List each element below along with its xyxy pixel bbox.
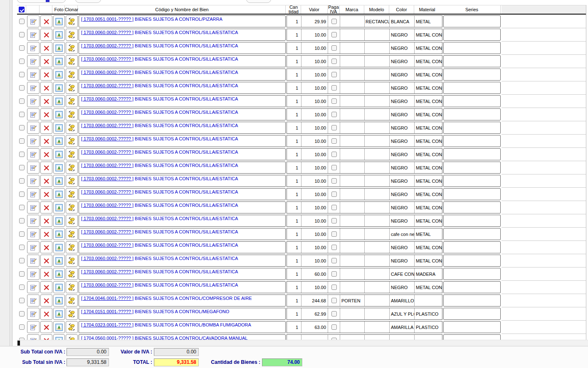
- paga-iva-checkbox[interactable]: [331, 138, 337, 144]
- paga-iva-checkbox[interactable]: [331, 45, 337, 51]
- paga-iva-checkbox[interactable]: [331, 165, 337, 170]
- edit-button[interactable]: [27, 188, 40, 200]
- row-select-checkbox[interactable]: [19, 85, 25, 91]
- clonar-button[interactable]: [66, 29, 78, 41]
- delete-button[interactable]: [40, 334, 52, 340]
- edit-button[interactable]: [27, 29, 40, 41]
- item-code-link[interactable]: [ 1703.0060.0002-????? ]: [81, 203, 133, 208]
- item-code-link[interactable]: [ 1703.0060.0002-????? ]: [81, 150, 133, 155]
- item-code-link[interactable]: [ 1703.0060.0002-????? ]: [81, 163, 133, 168]
- paga-iva-checkbox[interactable]: [331, 231, 337, 237]
- toolbar-button-partial-3[interactable]: [246, 0, 271, 3]
- row-select-checkbox[interactable]: [19, 45, 25, 51]
- clonar-button[interactable]: [66, 201, 78, 213]
- item-code-link[interactable]: [ 1703.0060.0002-????? ]: [81, 110, 133, 115]
- row-select-checkbox[interactable]: [19, 98, 25, 104]
- paga-iva-checkbox[interactable]: [331, 245, 337, 250]
- delete-button[interactable]: [40, 255, 52, 267]
- clonar-button[interactable]: [66, 82, 78, 94]
- clonar-button[interactable]: [66, 108, 78, 120]
- row-select-checkbox[interactable]: [19, 178, 25, 184]
- edit-button[interactable]: [27, 15, 40, 27]
- paga-iva-checkbox[interactable]: [331, 218, 337, 223]
- clonar-button[interactable]: [66, 241, 78, 253]
- delete-button[interactable]: [40, 215, 52, 227]
- item-code-link[interactable]: [ 1703.0060.0002-????? ]: [81, 269, 133, 274]
- paga-iva-checkbox[interactable]: [331, 32, 337, 37]
- item-code-link[interactable]: [ 1704.0323.0001-????? ]: [81, 322, 133, 327]
- delete-button[interactable]: [40, 108, 52, 120]
- delete-button[interactable]: [40, 135, 52, 147]
- paga-iva-checkbox[interactable]: [331, 298, 337, 303]
- foto-button[interactable]: [53, 42, 65, 54]
- delete-button[interactable]: [40, 55, 52, 67]
- item-code-link[interactable]: [ 1703.0060.0002-????? ]: [81, 30, 133, 35]
- item-code-link[interactable]: [ 1703.0060.0002-????? ]: [81, 176, 133, 181]
- foto-button[interactable]: [53, 308, 65, 320]
- clonar-button[interactable]: [66, 334, 78, 340]
- clonar-button[interactable]: [66, 69, 78, 81]
- delete-button[interactable]: [40, 308, 52, 320]
- paga-iva-checkbox[interactable]: [331, 152, 337, 157]
- clonar-button[interactable]: [66, 308, 78, 320]
- row-select-checkbox[interactable]: [19, 218, 25, 223]
- clonar-button[interactable]: [66, 281, 78, 293]
- clonar-button[interactable]: [66, 175, 78, 187]
- delete-button[interactable]: [40, 122, 52, 134]
- row-select-checkbox[interactable]: [19, 298, 25, 303]
- row-select-checkbox[interactable]: [19, 152, 25, 157]
- paga-iva-checkbox[interactable]: [331, 324, 337, 330]
- edit-button[interactable]: [27, 241, 40, 253]
- edit-button[interactable]: [27, 294, 40, 307]
- item-code-link[interactable]: [ 1703.0060.0002-????? ]: [81, 229, 133, 234]
- item-code-link[interactable]: [ 1704.0151.0001-????? ]: [81, 309, 133, 314]
- delete-button[interactable]: [40, 148, 52, 160]
- delete-button[interactable]: [40, 321, 52, 333]
- foto-button[interactable]: [53, 15, 65, 27]
- select-all-checkbox-checked-icon[interactable]: [19, 7, 25, 12]
- row-select-checkbox[interactable]: [19, 165, 25, 170]
- edit-button[interactable]: [27, 69, 40, 81]
- edit-button[interactable]: [27, 308, 40, 320]
- foto-button[interactable]: [53, 95, 65, 107]
- toolbar-button-partial-2[interactable]: [75, 0, 101, 3]
- item-code-link[interactable]: [ 1703.0060.0002-????? ]: [81, 70, 133, 75]
- item-code-link[interactable]: [ 1703.0060.0002-????? ]: [81, 243, 133, 248]
- clonar-button[interactable]: [66, 95, 78, 107]
- paga-iva-checkbox[interactable]: [331, 178, 337, 184]
- foto-button[interactable]: [53, 108, 65, 120]
- foto-button[interactable]: [53, 255, 65, 267]
- delete-button[interactable]: [40, 281, 52, 293]
- clonar-button[interactable]: [66, 215, 78, 227]
- edit-button[interactable]: [27, 122, 40, 134]
- scrollbar-thumb[interactable]: [17, 341, 20, 346]
- row-select-checkbox[interactable]: [19, 112, 25, 117]
- row-select-checkbox[interactable]: [19, 311, 25, 316]
- item-code-link[interactable]: [ 1703.0060.0002-????? ]: [81, 83, 133, 88]
- foto-button[interactable]: [53, 135, 65, 147]
- foto-button[interactable]: [53, 175, 65, 187]
- item-code-link[interactable]: [ 1704.0046.0001-????? ]: [81, 296, 133, 301]
- item-code-link[interactable]: [ 1703.0060.0002-????? ]: [81, 43, 133, 48]
- foto-button[interactable]: [53, 148, 65, 160]
- clonar-button[interactable]: [66, 321, 78, 333]
- edit-button[interactable]: [27, 201, 40, 213]
- delete-button[interactable]: [40, 29, 52, 41]
- edit-button[interactable]: [27, 175, 40, 187]
- delete-button[interactable]: [40, 69, 52, 81]
- row-select-checkbox[interactable]: [19, 258, 25, 263]
- clonar-button[interactable]: [66, 135, 78, 147]
- delete-button[interactable]: [40, 241, 52, 253]
- paga-iva-checkbox[interactable]: [331, 311, 337, 316]
- clonar-button[interactable]: [66, 148, 78, 160]
- paga-iva-checkbox[interactable]: [331, 72, 337, 77]
- row-select-checkbox[interactable]: [19, 32, 25, 37]
- row-select-checkbox[interactable]: [19, 72, 25, 77]
- foto-button[interactable]: [53, 321, 65, 333]
- foto-button[interactable]: [53, 215, 65, 227]
- clonar-button[interactable]: [66, 268, 78, 280]
- edit-button[interactable]: [27, 82, 40, 94]
- foto-button[interactable]: [53, 122, 65, 134]
- paga-iva-checkbox[interactable]: [331, 125, 337, 130]
- foto-button[interactable]: [53, 281, 65, 293]
